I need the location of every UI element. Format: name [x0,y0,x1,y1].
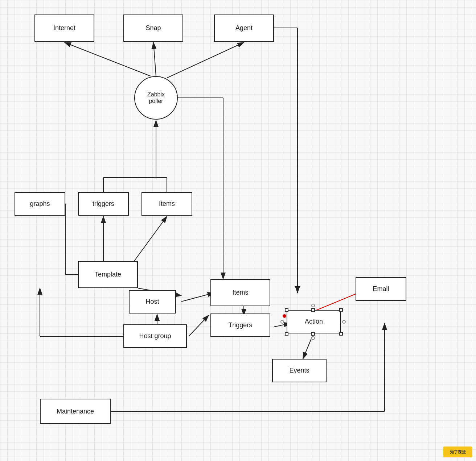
zabbix-poller-label: Zabbix poller [147,91,165,104]
diagram-canvas: Internet Snap Agent Zabbix poller graphs… [0,0,476,461]
triggers-host-node: Triggers [210,313,270,337]
items-template-node: Items [141,192,192,216]
snap-label: Snap [145,24,161,32]
items-host-label: Items [232,289,248,296]
host-label: Host [145,298,159,306]
action-red-dot [283,314,286,318]
items-template-label: Items [159,200,175,208]
maintenance-node: Maintenance [40,399,111,424]
graphs-node: graphs [15,192,65,216]
svg-line-4 [167,42,244,78]
maintenance-label: Maintenance [57,408,94,415]
triggers-template-node: triggers [78,192,129,216]
svg-line-17 [181,293,214,302]
triggers-template-label: triggers [93,200,114,208]
arrows-layer [0,0,476,461]
svg-line-13 [134,216,167,261]
events-node: Events [272,359,327,382]
handle-c-bottom [311,336,315,340]
action-node[interactable]: Action [287,310,341,333]
internet-label: Internet [53,24,75,32]
template-node: Template [78,261,138,288]
snap-node: Snap [123,14,183,42]
svg-line-22 [189,315,209,336]
internet-node: Internet [34,14,94,42]
handle-tl [285,308,288,312]
email-node: Email [356,277,406,301]
handle-br [339,332,343,336]
handle-bl [285,332,288,336]
action-label: Action [305,318,323,325]
watermark: 知了课堂 [443,447,472,457]
events-label: Events [289,367,309,374]
agent-node: Agent [214,14,274,42]
template-label: Template [95,271,121,278]
handle-tr [339,308,343,312]
host-group-node: Host group [123,324,187,348]
agent-label: Agent [235,24,253,32]
handle-c-right [342,320,346,324]
zabbix-poller-node: Zabbix poller [134,76,178,120]
handle-bm [311,332,315,336]
triggers-host-label: Triggers [229,321,252,329]
host-group-label: Host group [139,332,171,340]
handle-tm [311,308,315,312]
host-node: Host [129,290,176,313]
handle-c-top [311,304,315,307]
graphs-label: graphs [30,200,50,208]
items-host-node: Items [210,279,270,306]
watermark-text: 知了课堂 [450,449,466,455]
svg-line-2 [65,42,151,76]
svg-line-3 [153,42,156,76]
email-label: Email [373,285,389,293]
handle-c-left [280,320,284,324]
